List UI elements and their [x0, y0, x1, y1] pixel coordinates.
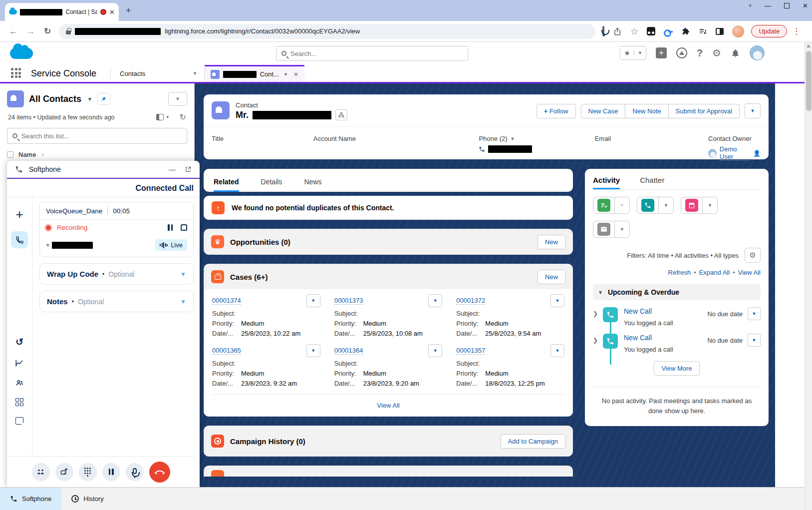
campaign-history-title[interactable]: Campaign History (0) — [230, 437, 305, 446]
list-view-selector-icon[interactable]: ▼ — [87, 96, 92, 102]
apps-grid-icon[interactable] — [15, 398, 23, 406]
minimize-softphone-icon[interactable]: — — [169, 165, 176, 173]
case-row-actions-dropdown[interactable]: ▼ — [428, 344, 442, 357]
url-field[interactable]: lightning.force.com/lightning/r/Contact/… — [59, 24, 595, 39]
hold-button[interactable] — [102, 463, 120, 481]
favorites-button[interactable]: ★ ▼ — [620, 46, 646, 60]
transfer-call-button[interactable] — [55, 463, 73, 481]
case-number-link[interactable]: 00001373 — [334, 297, 363, 305]
reload-icon[interactable]: ↻ — [44, 26, 51, 36]
global-search-box[interactable] — [276, 46, 468, 61]
case-number-link[interactable]: 00001365 — [212, 347, 241, 355]
new-call-link[interactable]: New Call — [624, 334, 652, 342]
sort-ascending-icon[interactable]: ↑ — [41, 151, 44, 158]
app-launcher-icon[interactable] — [11, 68, 22, 79]
wrap-up-code-section[interactable]: Wrap Up Code • Optional ▼ — [39, 263, 194, 285]
notifications-bell-icon[interactable] — [731, 48, 740, 58]
change-owner-icon[interactable]: 👤 — [753, 150, 761, 157]
notes-expand-icon[interactable]: ▼ — [180, 298, 186, 305]
share-icon[interactable] — [613, 27, 622, 36]
popout-icon[interactable] — [185, 166, 192, 173]
reading-list-icon[interactable] — [698, 27, 707, 35]
call-history-icon[interactable]: ↺ — [15, 336, 23, 348]
email-button[interactable]: ▼ — [593, 221, 630, 238]
call-dropdown-icon[interactable]: ▼ — [658, 197, 673, 213]
browser-profile-avatar[interactable] — [732, 25, 744, 37]
window-maximize-button[interactable] — [784, 3, 790, 8]
tab-chatter[interactable]: Chatter — [640, 176, 664, 189]
global-actions-icon[interactable]: + — [656, 47, 667, 58]
favorite-star-icon[interactable]: ★ — [620, 49, 634, 57]
case-row-actions-dropdown[interactable]: ▼ — [306, 294, 320, 307]
contacts-rail-icon[interactable] — [15, 379, 24, 387]
tab-news[interactable]: News — [304, 178, 321, 192]
new-call-link[interactable]: New Call — [624, 307, 652, 315]
pause-recording-icon[interactable] — [168, 224, 173, 231]
case-row-actions-dropdown[interactable]: ▼ — [550, 344, 564, 357]
event-dropdown-icon[interactable]: ▼ — [702, 197, 717, 213]
section-collapse-icon[interactable]: ▼ — [598, 290, 603, 295]
dialpad-button[interactable] — [79, 463, 97, 481]
record-tab-dropdown-icon[interactable]: ▼ — [282, 72, 289, 77]
task-dropdown-icon[interactable]: ▼ — [614, 197, 629, 213]
active-call-tab-icon[interactable] — [11, 231, 28, 248]
stop-recording-icon[interactable] — [181, 224, 187, 231]
view-more-button[interactable]: View More — [654, 361, 699, 376]
list-actions-dropdown[interactable]: ▼ — [168, 92, 187, 106]
refresh-list-icon[interactable]: ↻ — [180, 112, 186, 122]
tab-activity[interactable]: Activity — [593, 176, 620, 189]
browser-update-button[interactable]: Update — [751, 25, 787, 37]
record-tab-close-icon[interactable]: ✕ — [293, 71, 298, 78]
select-all-checkbox[interactable] — [7, 151, 13, 158]
live-transcription-badge[interactable]: Live — [155, 239, 187, 251]
phone-dropdown-icon[interactable]: ▼ — [511, 136, 515, 141]
end-call-button[interactable] — [149, 462, 170, 483]
cases-title[interactable]: Cases (6+) — [230, 273, 268, 281]
side-panel-icon[interactable] — [716, 28, 724, 35]
contacts-tab-dropdown-icon[interactable]: ▼ — [186, 71, 204, 76]
nav-tab-contact-record[interactable]: Cont... ▼ ✕ — [205, 65, 304, 82]
favorites-dropdown-icon[interactable]: ▼ — [634, 50, 646, 55]
email-dropdown-icon[interactable]: ▼ — [614, 221, 629, 237]
log-call-button[interactable]: ▼ — [637, 197, 674, 214]
case-number-link[interactable]: 00001374 — [212, 297, 241, 305]
follow-button[interactable]: + Follow — [537, 104, 576, 118]
expand-all-link[interactable]: Expand All — [699, 269, 730, 276]
extension-app-icon[interactable] — [647, 27, 655, 35]
page-scrollbar[interactable] — [805, 42, 812, 510]
utility-history-tab[interactable]: History — [61, 488, 113, 510]
case-number-link[interactable]: 00001364 — [334, 347, 363, 355]
new-task-button[interactable]: ▼ — [593, 197, 630, 214]
name-column-header[interactable]: Name — [18, 151, 36, 158]
tab-related[interactable]: Related — [214, 178, 239, 192]
case-row-actions-dropdown[interactable]: ▼ — [428, 294, 442, 307]
expand-item-icon[interactable]: ❯ — [593, 337, 603, 353]
upcoming-overdue-section[interactable]: ▼ Upcoming & Overdue — [593, 284, 761, 300]
new-case-related-button[interactable]: New — [538, 270, 565, 284]
activity-settings-gear-icon[interactable]: ⚙ — [745, 248, 761, 263]
help-icon[interactable]: ? — [697, 47, 703, 59]
view-all-activities-link[interactable]: View All — [738, 269, 761, 276]
tab-close-icon[interactable]: ✕ — [109, 8, 115, 16]
list-view-title[interactable]: All Contacts — [29, 94, 81, 104]
mute-button[interactable] — [126, 463, 144, 481]
new-case-button[interactable]: New Case — [581, 104, 626, 118]
case-row-actions-dropdown[interactable]: ▼ — [306, 344, 320, 357]
scrollbar-up-arrow[interactable] — [807, 44, 811, 47]
mic-icon[interactable] — [602, 27, 604, 36]
tab-details[interactable]: Details — [261, 178, 282, 192]
new-call-plus-icon[interactable]: + — [15, 207, 23, 222]
bookmark-star-icon[interactable]: ☆ — [630, 26, 638, 37]
password-key-icon[interactable] — [664, 29, 673, 33]
utility-softphone-tab[interactable]: Softphone — [0, 488, 61, 510]
lock-icon[interactable] — [66, 30, 71, 34]
window-dropdown-icon[interactable]: ˅ — [749, 3, 752, 8]
extensions-puzzle-icon[interactable] — [681, 27, 690, 35]
setup-gear-icon[interactable]: ⚙ — [712, 47, 721, 59]
back-icon[interactable]: ← — [9, 26, 17, 36]
new-note-button[interactable]: New Note — [625, 104, 668, 118]
new-opportunity-button[interactable]: New — [538, 235, 565, 249]
new-event-button[interactable]: ▼ — [681, 197, 718, 214]
notes-section[interactable]: Notes • Optional ▼ — [39, 291, 194, 312]
timeline-item-dropdown[interactable]: ▼ — [748, 334, 761, 347]
